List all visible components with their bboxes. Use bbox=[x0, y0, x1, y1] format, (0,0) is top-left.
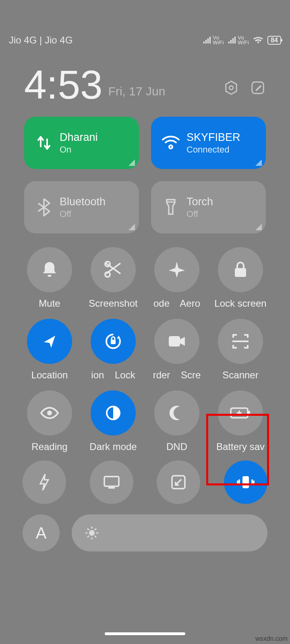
record-label: rder Scre bbox=[153, 369, 201, 381]
eye-icon bbox=[39, 406, 60, 420]
lock-toggle[interactable]: Lock screen bbox=[209, 247, 272, 309]
signal-icon-2 bbox=[228, 36, 237, 44]
vibrate-toggle[interactable] bbox=[224, 460, 267, 504]
airplane-toggle[interactable]: ode Aero bbox=[145, 247, 209, 309]
darkmode-label: Dark mode bbox=[89, 441, 137, 452]
screenshot-label: Screenshot bbox=[89, 298, 137, 309]
wifi-icon bbox=[162, 136, 180, 150]
contrast-icon bbox=[105, 405, 122, 421]
cast-toggle[interactable] bbox=[90, 460, 133, 504]
svg-rect-15 bbox=[242, 476, 249, 488]
screen-icon bbox=[103, 475, 120, 489]
svg-rect-4 bbox=[235, 268, 246, 277]
bluetooth-icon bbox=[37, 198, 51, 217]
svg-point-0 bbox=[229, 86, 233, 90]
mobile-data-tile[interactable]: Dharani On bbox=[24, 117, 139, 169]
date-display: Fri, 17 Jun bbox=[108, 85, 166, 101]
airplane-label: ode Aero bbox=[153, 298, 200, 309]
scanner-toggle[interactable]: Scanner bbox=[209, 319, 272, 381]
boost-toggle[interactable] bbox=[23, 460, 66, 504]
home-indicator[interactable] bbox=[105, 632, 185, 635]
screenshot-toggle[interactable]: Screenshot bbox=[81, 247, 145, 309]
vibrate-icon bbox=[236, 475, 256, 490]
auto-brightness-button[interactable]: A bbox=[23, 514, 60, 551]
mute-toggle[interactable]: Mute bbox=[18, 247, 81, 309]
reading-toggle[interactable]: Reading bbox=[18, 390, 81, 452]
data-tile-sub: On bbox=[60, 144, 98, 155]
battery-saver-label: Battery sav bbox=[216, 441, 265, 452]
moon-icon bbox=[169, 405, 185, 421]
bt-tile-sub: Off bbox=[60, 209, 106, 219]
scissors-icon bbox=[104, 261, 123, 279]
sun-icon bbox=[85, 526, 99, 540]
battery-indicator: 84 bbox=[267, 36, 281, 45]
scanner-label: Scanner bbox=[222, 369, 258, 381]
torch-tile-title: Torch bbox=[186, 196, 213, 208]
rotation-lock-icon bbox=[104, 332, 123, 351]
status-indicators: Vo WiFi Vo WiFi 84 bbox=[203, 35, 281, 45]
edit-button[interactable] bbox=[250, 80, 266, 96]
brightness-slider[interactable] bbox=[72, 514, 267, 551]
dnd-label: DND bbox=[166, 441, 187, 452]
extra-toggle-row bbox=[0, 460, 290, 504]
status-bar: Jio 4G | Jio 4G Vo WiFi Vo WiFi 84 bbox=[0, 28, 290, 52]
brightness-row: A bbox=[0, 514, 290, 551]
location-arrow-icon bbox=[41, 333, 58, 349]
svg-rect-11 bbox=[248, 411, 250, 415]
mute-label: Mute bbox=[39, 298, 60, 309]
toggle-grid: Mute Screenshot ode Aero Lock screen Loc… bbox=[0, 247, 290, 452]
svg-point-3 bbox=[105, 272, 110, 277]
location-label: Location bbox=[31, 369, 68, 381]
dark-mode-toggle[interactable]: Dark mode bbox=[81, 390, 145, 452]
wifi-tile[interactable]: SKYFIBER Connected bbox=[151, 117, 266, 169]
watermark: wsxdn.com bbox=[255, 635, 288, 642]
pip-icon bbox=[170, 474, 187, 491]
battery-saver-toggle[interactable]: Battery sav bbox=[209, 390, 272, 452]
big-tile-grid: Dharani On SKYFIBER Connected Bluetooth … bbox=[0, 117, 290, 233]
torch-icon bbox=[165, 198, 177, 217]
dnd-toggle[interactable]: DND bbox=[145, 390, 209, 452]
settings-button[interactable] bbox=[223, 80, 239, 96]
floating-window-toggle[interactable] bbox=[157, 460, 200, 504]
data-tile-title: Dharani bbox=[60, 131, 98, 144]
vowifi-label-2: Vo WiFi bbox=[238, 35, 249, 45]
edit-icon bbox=[250, 80, 265, 95]
svg-rect-7 bbox=[169, 336, 180, 347]
bt-tile-title: Bluetooth bbox=[60, 196, 106, 208]
screen-record-toggle[interactable]: rder Scre bbox=[145, 319, 209, 381]
location-toggle[interactable]: Location bbox=[18, 319, 81, 381]
video-icon bbox=[167, 334, 186, 348]
bell-icon bbox=[41, 260, 58, 279]
wifi-tile-title: SKYFIBER bbox=[186, 131, 240, 144]
lock-label: Lock screen bbox=[214, 298, 266, 309]
clock-row: 4:53 Fri, 17 Jun bbox=[0, 68, 290, 101]
bluetooth-tile[interactable]: Bluetooth Off bbox=[24, 181, 139, 233]
rotation-lock-toggle[interactable]: ion Lock bbox=[81, 319, 145, 381]
svg-point-8 bbox=[47, 411, 52, 415]
wifi-tile-sub: Connected bbox=[186, 144, 240, 155]
svg-point-16 bbox=[89, 530, 95, 536]
wifi-icon bbox=[253, 36, 263, 44]
svg-rect-13 bbox=[108, 487, 115, 489]
reading-label: Reading bbox=[31, 441, 67, 452]
svg-rect-6 bbox=[111, 340, 116, 344]
gear-icon bbox=[224, 80, 239, 95]
torch-tile-sub: Off bbox=[186, 209, 213, 219]
vowifi-label-1: Vo WiFi bbox=[213, 35, 224, 45]
time-display: 4:53 bbox=[24, 68, 103, 101]
torch-tile[interactable]: Torch Off bbox=[151, 181, 266, 233]
data-arrows-icon bbox=[36, 134, 52, 152]
rotation-label: ion Lock bbox=[91, 369, 135, 381]
scan-icon bbox=[231, 332, 250, 351]
bolt-icon bbox=[38, 473, 51, 491]
airplane-icon bbox=[167, 260, 186, 279]
signal-icon bbox=[203, 36, 212, 44]
svg-rect-12 bbox=[104, 477, 119, 486]
lock-icon bbox=[233, 261, 248, 279]
carrier-label: Jio 4G | Jio 4G bbox=[9, 35, 72, 46]
battery-plus-icon bbox=[230, 407, 251, 419]
